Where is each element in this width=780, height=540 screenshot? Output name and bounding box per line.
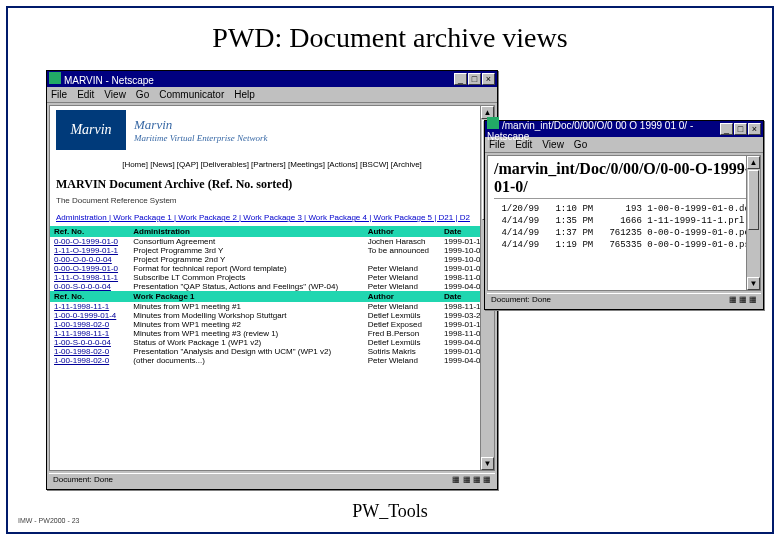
menu-view[interactable]: View [542,139,564,150]
table-header: Ref. No. [50,226,129,237]
ref-cell[interactable]: 0-00-S-0-0-0-04 [50,282,129,291]
title-cell: Project Programme 3rd Y [129,246,363,255]
close-button[interactable]: × [482,73,495,85]
table-row[interactable]: 1-00-0-1999-01-4Minutes from Modelling W… [50,311,494,320]
table-row[interactable]: 1-00-1998-02-0(other documents...)Peter … [50,356,494,365]
menu-edit[interactable]: Edit [515,139,532,150]
ref-cell[interactable]: 1-00-1998-02-0 [50,347,129,356]
ref-cell[interactable]: 1-11-O-1998-11-1 [50,273,129,282]
title-cell: (other documents...) [129,356,363,365]
menu-help[interactable]: Help [234,89,255,100]
table-row[interactable]: 0-00-S-0-0-0-04Presentation "QAP Status,… [50,282,494,291]
table-row[interactable]: 1-11-O-1998-11-1Subscribe LT Common Proj… [50,273,494,282]
author-cell: Peter Wieland [364,264,440,273]
table-row[interactable]: 0-00-O-1999-01-0Format for technical rep… [50,264,494,273]
scroll-thumb[interactable] [748,170,759,230]
menu-edit[interactable]: Edit [77,89,94,100]
author-cell: Peter Wieland [364,356,440,365]
minimize-button[interactable]: _ [720,123,733,135]
archive-heading: MARVIN Document Archive (Ref. No. sorted… [50,175,494,194]
menu-file[interactable]: File [51,89,67,100]
title-cell: Consortium Agreement [129,237,363,246]
archive-table: Ref. No.AdministrationAuthorDate0-00-O-1… [50,226,494,365]
slide-footer-left: IMW - PW2000 - 23 [18,517,79,524]
author-cell: Sotiris Makris [364,347,440,356]
section-links[interactable]: Administration | Work Package 1 | Work P… [50,211,494,226]
author-cell: To be announced [364,246,440,255]
status-text: Document: Done [53,475,113,486]
ref-cell[interactable]: 0-00-O-1999-01-0 [50,264,129,273]
file-listing[interactable]: 1/20/99 1:10 PM 193 1-00-0-1999-01-0.doc… [488,199,760,252]
table-row[interactable]: 1-11-1998-11-1Minutes from WP1 meeting #… [50,302,494,311]
ref-cell[interactable]: 1-11-1998-11-1 [50,302,129,311]
table-row[interactable]: 1-00-1998-02-0Minutes from WP1 meeting #… [50,320,494,329]
ref-cell[interactable]: 1-00-0-1999-01-4 [50,311,129,320]
table-row[interactable]: 0-00-O-0-0-0-04Project Programme 2nd Y19… [50,255,494,264]
page-content: Marvin Marvin Maritime Virtual Enterpris… [49,105,495,471]
ref-cell[interactable]: 1-11-1998-11-1 [50,329,129,338]
menu-go[interactable]: Go [574,139,587,150]
menu-view[interactable]: View [104,89,126,100]
window-title: MARVIN - Netscape [64,75,154,86]
table-row[interactable]: 1-11-O-1999-01-1Project Programme 3rd YT… [50,246,494,255]
app-icon [49,72,61,84]
marvin-logo: Marvin [56,110,126,150]
status-text: Document: Done [491,295,551,306]
table-header: Ref. No. [50,291,129,302]
menu-file[interactable]: File [489,139,505,150]
maximize-button[interactable]: □ [734,123,747,135]
author-cell: Detlef Exposed [364,320,440,329]
title-cell: Presentation "Analysis and Design with U… [129,347,363,356]
maximize-button[interactable]: □ [468,73,481,85]
author-cell: Peter Wieland [364,282,440,291]
table-row[interactable]: 1-00-1998-02-0Presentation "Analysis and… [50,347,494,356]
author-cell: Jochen Harasch [364,237,440,246]
minimize-button[interactable]: _ [454,73,467,85]
title-cell: Minutes from WP1 meeting #2 [129,320,363,329]
scrollbar[interactable]: ▲ ▼ [746,156,760,290]
nav-links[interactable]: [Home] [News] [QAP] [Deliverables] [Part… [50,154,494,175]
author-cell: Peter Wieland [364,273,440,282]
menubar: File Edit View Go Communicator Help [47,87,497,103]
status-icons: ▦ ▦ ▦ ▦ [452,475,491,486]
ref-cell[interactable]: 0-00-O-1999-01-0 [50,237,129,246]
scroll-down-icon[interactable]: ▼ [481,457,494,470]
status-bar: Document: Done ▦ ▦ ▦ ▦ [49,473,495,487]
directory-path: /marvin_int/Doc/0/00/O/0-00-O-1999-01-0/ [488,156,760,198]
ref-cell[interactable]: 1-11-O-1999-01-1 [50,246,129,255]
title-cell: Format for technical report (Word templa… [129,264,363,273]
slide-footer: PW_Tools [8,501,772,522]
close-button[interactable]: × [748,123,761,135]
title-cell: Subscribe LT Common Projects [129,273,363,282]
table-header: Author [364,291,440,302]
window-titlebar[interactable]: /marvin_int/Doc/0/00/O/0 00 O 1999 01 0/… [485,121,763,137]
table-row[interactable]: 1-00-S-0-0-0-04Status of Work Package 1 … [50,338,494,347]
status-bar: Document: Done ▦ ▦ ▦ [487,293,761,307]
author-cell [364,255,440,264]
scroll-down-icon[interactable]: ▼ [747,277,760,290]
table-header: Administration [129,226,363,237]
archive-note: The Document Reference System [50,194,494,211]
title-cell: Minutes from WP1 meeting #3 (review 1) [129,329,363,338]
slide-title: PWD: Document archive views [8,8,772,64]
ref-cell[interactable]: 0-00-O-0-0-0-04 [50,255,129,264]
author-cell: Peter Wieland [364,302,440,311]
status-icons: ▦ ▦ ▦ [729,295,757,306]
ref-cell[interactable]: 1-00-1998-02-0 [50,320,129,329]
title-cell: Minutes from WP1 meeting #1 [129,302,363,311]
ref-cell[interactable]: 1-00-S-0-0-0-04 [50,338,129,347]
window-titlebar[interactable]: MARVIN - Netscape _ □ × [47,71,497,87]
menu-go[interactable]: Go [136,89,149,100]
table-header: Author [364,226,440,237]
netscape-window-dirlist: /marvin_int/Doc/0/00/O/0 00 O 1999 01 0/… [484,120,764,310]
table-row[interactable]: 1-11-1998-11-1Minutes from WP1 meeting #… [50,329,494,338]
app-icon [487,117,499,129]
dir-content: /marvin_int/Doc/0/00/O/0-00-O-1999-01-0/… [487,155,761,291]
title-cell: Project Programme 2nd Y [129,255,363,264]
menu-communicator[interactable]: Communicator [159,89,224,100]
table-row[interactable]: 0-00-O-1999-01-0Consortium AgreementJoch… [50,237,494,246]
scroll-up-icon[interactable]: ▲ [747,156,760,169]
ref-cell[interactable]: 1-00-1998-02-0 [50,356,129,365]
marvin-logo-text: Marvin Maritime Virtual Enterprise Netwo… [134,117,268,143]
author-cell: Fred B.Person [364,329,440,338]
